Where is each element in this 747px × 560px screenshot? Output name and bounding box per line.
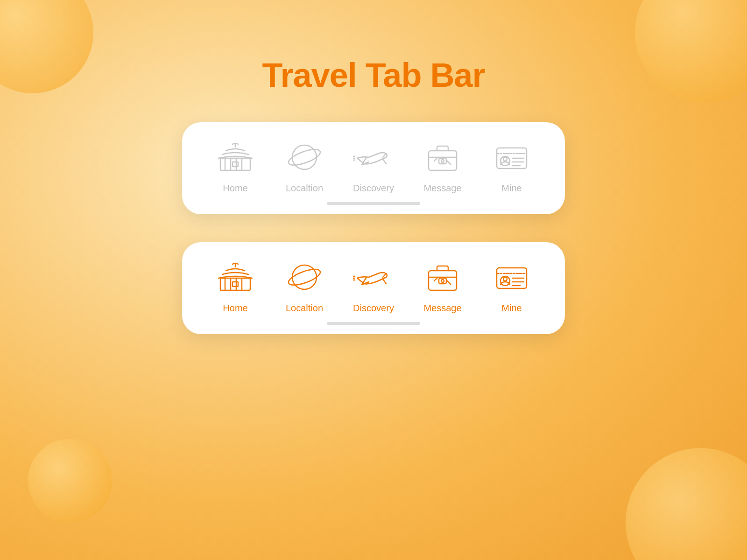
tab-home-label-inactive: Home	[223, 183, 247, 194]
svg-point-30	[292, 265, 317, 289]
tab-bar-inactive: Home Localtion	[182, 122, 565, 214]
svg-point-19	[503, 157, 507, 161]
discovery-icon-active	[352, 256, 395, 298]
svg-rect-12	[429, 151, 457, 170]
tab-location-active[interactable]: Localtion	[279, 256, 330, 314]
tab-bar-active-wrapper: Home Localtion	[182, 242, 565, 334]
tab-message-inactive[interactable]: Message	[417, 136, 468, 194]
tab-mine-active[interactable]: Mine	[486, 256, 537, 314]
svg-point-42	[503, 277, 507, 281]
tab-location-inactive[interactable]: Localtion	[279, 136, 330, 194]
tab-home-active[interactable]: Home	[210, 256, 261, 314]
mine-icon-inactive	[491, 136, 533, 178]
tab-bar-active: Home Localtion	[182, 242, 565, 334]
tab-mine-label-inactive: Mine	[501, 183, 521, 194]
svg-point-31	[287, 266, 322, 288]
tab-mine-inactive[interactable]: Mine	[486, 136, 537, 194]
tab-discovery-label-inactive: Discovery	[353, 183, 394, 194]
tab-mine-label-active: Mine	[501, 303, 521, 314]
tab-discovery-active[interactable]: Discovery	[348, 256, 399, 314]
tab-discovery-label-active: Discovery	[353, 303, 394, 314]
tab-home-label-active: Home	[223, 303, 247, 314]
mine-icon-active	[491, 256, 533, 298]
message-icon-active	[422, 256, 464, 298]
svg-rect-35	[429, 271, 457, 290]
svg-point-8	[287, 146, 322, 168]
svg-point-7	[292, 145, 317, 169]
home-icon-active	[214, 256, 256, 298]
tab-location-label-active: Localtion	[286, 303, 323, 314]
bg-decoration-tl	[0, 0, 93, 93]
svg-point-37	[441, 280, 444, 282]
location-icon-active	[283, 256, 325, 298]
page-title: Travel Tab Bar	[262, 56, 485, 94]
tab-message-active[interactable]: Message	[417, 256, 468, 314]
tab-location-label-inactive: Localtion	[286, 183, 323, 194]
tab-items-active: Home Localtion	[201, 256, 546, 314]
indicator-inactive	[327, 202, 420, 205]
tab-bar-inactive-wrapper: Home Localtion	[182, 122, 565, 214]
tab-message-label-inactive: Message	[423, 183, 461, 194]
svg-rect-29	[233, 282, 238, 287]
tab-home-inactive[interactable]: Home	[210, 136, 261, 194]
message-icon-inactive	[422, 136, 464, 178]
bg-decoration-tr	[635, 0, 747, 103]
location-icon-inactive	[283, 136, 325, 178]
svg-point-14	[441, 160, 444, 162]
home-icon-inactive	[214, 136, 256, 178]
tab-items-inactive: Home Localtion	[201, 136, 546, 194]
indicator-active	[327, 322, 420, 325]
tab-discovery-inactive[interactable]: Discovery	[348, 136, 399, 194]
bg-decoration-bl	[28, 439, 112, 523]
svg-rect-6	[233, 162, 238, 167]
tab-message-label-active: Message	[423, 303, 461, 314]
bg-decoration-br	[626, 448, 747, 560]
discovery-icon-inactive	[352, 136, 395, 178]
